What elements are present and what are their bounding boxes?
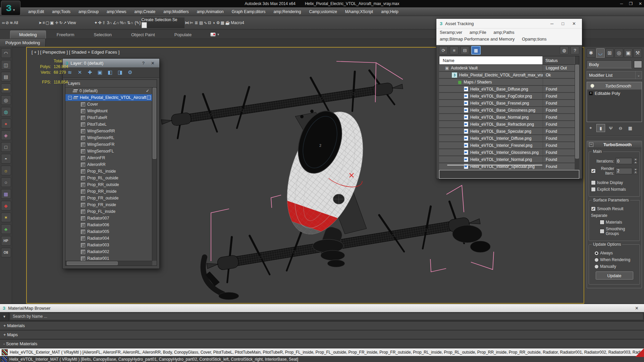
- window-crossing-icon[interactable]: ▣: [50, 20, 54, 25]
- asset-menu-item[interactable]: amp;Paths: [493, 29, 514, 36]
- render-iters-checkbox[interactable]: [591, 169, 596, 173]
- iterations-spinner[interactable]: ▲▼: [634, 158, 638, 164]
- scene-material-row[interactable]: Helix_eVTOL_Exterior_MAT ( VRayMtl ) [Ai…: [0, 349, 644, 356]
- rectangular-selection-region-icon[interactable]: ▢: [46, 20, 49, 25]
- viewport-label[interactable]: [ + ] [ Perspective ] [ Shaded + Edged F…: [32, 50, 119, 55]
- layer-row[interactable]: WingSensorFR: [65, 141, 157, 148]
- left-tool-plane-icon[interactable]: □: [1, 142, 11, 152]
- object-color-swatch[interactable]: [634, 61, 642, 68]
- left-tool-os-icon[interactable]: O8: [1, 248, 11, 257]
- asset-row[interactable]: Helix_eVTOL_Interior_Normal.png Found: [439, 156, 579, 163]
- left-tool-ball-icon[interactable]: ○: [1, 177, 11, 187]
- layer-row[interactable]: Radiator002: [65, 248, 157, 255]
- menu-item[interactable]: amp;Modifiers: [159, 7, 193, 16]
- ribbon-tab[interactable]: Freeform: [48, 31, 83, 39]
- layer-row[interactable]: Radiator004: [65, 235, 157, 242]
- menu-item[interactable]: amp;Help: [377, 7, 402, 16]
- modifier-stack-row-editable-poly[interactable]: + Editable Poly: [587, 89, 642, 97]
- render-iters-field[interactable]: 2: [615, 168, 632, 174]
- left-tool-gem-icon[interactable]: ◈: [1, 130, 11, 140]
- minimize-button[interactable]: ─: [548, 21, 556, 26]
- left-tool-grid-icon[interactable]: ▩: [1, 189, 11, 199]
- layer-row[interactable]: Radiator007: [65, 215, 157, 222]
- material-group-header[interactable]: - Scene Materials: [0, 340, 644, 349]
- unlink-selection-icon[interactable]: ⊘: [6, 20, 9, 25]
- asset-row[interactable]: Helix_eVTOL_Interior_Diffuse.png Found: [439, 135, 579, 142]
- configure-modifier-sets-icon[interactable]: ▦: [626, 124, 634, 132]
- close-button[interactable]: ✕: [149, 61, 157, 66]
- iterations-field[interactable]: 0: [615, 158, 632, 164]
- macro-label[interactable]: Macro4: [231, 20, 244, 25]
- menu-item[interactable]: Camp;ustomize: [305, 7, 341, 16]
- show-end-result-icon[interactable]: ▮: [596, 124, 605, 132]
- add-to-layer-icon[interactable]: ✚: [86, 68, 94, 76]
- layer-row[interactable]: Prop_RL_inside: [65, 168, 157, 175]
- asset-row[interactable]: Autodesk Vault Logged Out: [439, 65, 579, 72]
- tab-display[interactable]: ▣: [624, 48, 633, 58]
- rollout-header[interactable]: − TurboSmooth: [587, 141, 642, 148]
- layer-row[interactable]: AileronFR: [65, 155, 157, 161]
- asset-table-horizontal-scrollbar[interactable]: [439, 163, 575, 167]
- asset-row[interactable]: Helix_eVTOL_Base_Normal.png Found: [439, 114, 579, 121]
- left-tool-star-icon[interactable]: ✶: [1, 213, 11, 222]
- refresh-icon[interactable]: ⟳: [439, 46, 448, 54]
- materials-checkbox[interactable]: [600, 220, 604, 225]
- render-setup-icon[interactable]: ⚙: [216, 20, 220, 25]
- menu-item[interactable]: amp;Rendering: [269, 7, 305, 16]
- asset-row[interactable]: 3 Helix_Pivotal_Electric_VTOL_Aircraft_m…: [439, 72, 579, 79]
- select-and-rotate-icon[interactable]: ↻: [59, 20, 63, 25]
- left-tool-cylinder-icon[interactable]: ▬: [1, 83, 11, 93]
- layer-row[interactable]: PitotTubeL: [65, 121, 157, 128]
- schematic-view-icon[interactable]: ⊟: [208, 20, 211, 25]
- update-option-radio[interactable]: [594, 258, 599, 262]
- asset-row[interactable]: Helix_eVTOL_Base_FogColor.png Found: [439, 93, 579, 100]
- spinner-snap-icon[interactable]: ⇅∩: [127, 20, 133, 25]
- update-button[interactable]: Update: [596, 272, 633, 280]
- layer-row[interactable]: AileronRR: [65, 161, 157, 168]
- use-pivot-point-icon[interactable]: ✦: [94, 20, 98, 25]
- make-unique-icon[interactable]: Ψ: [607, 124, 615, 132]
- named-selection-sets-icon[interactable]: {✎}: [135, 20, 141, 25]
- snaps-toggle-icon[interactable]: 3∩: [107, 20, 112, 25]
- reference-coordinate-dropdown[interactable]: View: [67, 20, 94, 25]
- layer-row[interactable]: Prop_FL_inside: [65, 208, 157, 215]
- ribbon-options-button[interactable]: ▼: [210, 33, 220, 39]
- expand-icon[interactable]: +: [589, 92, 593, 95]
- asset-row[interactable]: Helix_eVTOL_Base_Specular.png Found: [439, 128, 579, 135]
- layer-row[interactable]: Radiator005: [65, 228, 157, 235]
- menu-item[interactable]: amp;Animation: [193, 7, 228, 16]
- asset-window-title-bar[interactable]: З Asset Tracking ─ □ ✕: [436, 19, 582, 28]
- maximize-button[interactable]: ❐: [629, 1, 633, 6]
- layer-row[interactable]: Prop_RL_outside: [65, 175, 157, 181]
- left-tool-drop-icon[interactable]: ◆: [1, 201, 11, 210]
- polygon-modeling-panel-button[interactable]: Polygon Modeling: [0, 39, 46, 47]
- select-layer-by-object-icon[interactable]: ◧: [106, 68, 114, 76]
- list-view-icon[interactable]: ≡: [450, 46, 459, 54]
- selection-filter-dropdown[interactable]: All: [14, 20, 38, 25]
- tab-hierarchy[interactable]: ⊞: [605, 48, 614, 58]
- select-and-link-icon[interactable]: ∞: [2, 20, 5, 25]
- render-production-icon[interactable]: ☕: [225, 20, 230, 25]
- mirror-icon[interactable]: ⋈: [185, 20, 189, 25]
- smoothing-groups-checkbox[interactable]: [600, 229, 604, 234]
- close-button[interactable]: ✕: [570, 21, 579, 26]
- layer-row[interactable]: Prop_FR_outside: [65, 195, 157, 201]
- search-options-icon[interactable]: ▼: [0, 312, 9, 321]
- collapse-icon[interactable]: −: [589, 142, 593, 147]
- select-and-manipulate-icon[interactable]: ✜: [98, 20, 102, 25]
- tab-utilities[interactable]: ⚒: [633, 48, 642, 58]
- left-tool-sun-icon[interactable]: ☼: [1, 166, 11, 175]
- menu-item[interactable]: amp;Group: [74, 7, 103, 16]
- asset-row[interactable]: Maps / Shaders: [439, 79, 579, 86]
- layer-row[interactable]: Prop_FR_inside: [65, 201, 157, 208]
- menu-item[interactable]: amp;Edit: [24, 7, 48, 16]
- layer-properties-icon[interactable]: ⚙: [126, 68, 135, 76]
- named-selection-dropdown[interactable]: Create Selection Se: [142, 17, 184, 28]
- layer-row[interactable]: − Helix_Pivotal_Electric_VTOL_Aircraft: [65, 94, 157, 101]
- layer-manager-icon[interactable]: ≣: [195, 20, 198, 25]
- layer-list-vertical-scrollbar[interactable]: [152, 87, 157, 261]
- column-header-name[interactable]: Name: [439, 56, 543, 64]
- asset-row[interactable]: Helix_eVTOL_Interior_Glossiness.png Foun…: [439, 149, 579, 156]
- left-tool-hp-icon[interactable]: HP: [1, 236, 11, 246]
- layer-row[interactable]: Cover: [65, 101, 157, 108]
